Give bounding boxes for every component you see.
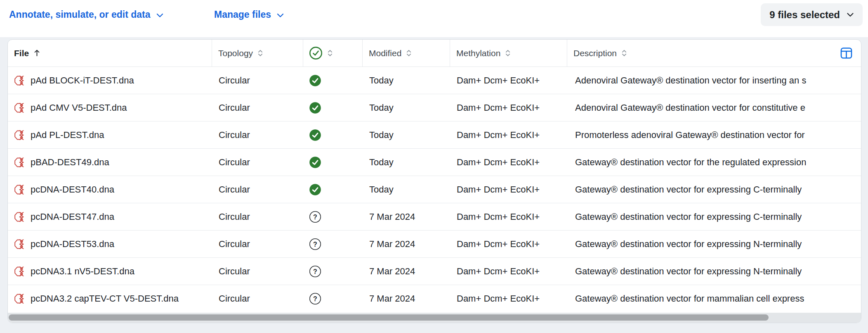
table-body: pAd BLOCK-iT-DEST.dna Circular Today Dam… (8, 67, 861, 312)
table-columns-icon (840, 47, 853, 59)
file-cell: pcDNA3.2 capTEV-CT V5-DEST.dna (8, 285, 212, 312)
column-header-file[interactable]: File (8, 40, 212, 67)
file-name: pcDNA-DEST53.dna (31, 239, 114, 250)
column-settings-button[interactable] (838, 45, 855, 61)
column-header-status[interactable] (303, 40, 363, 67)
table-row[interactable]: pAd CMV V5-DEST.dna Circular Today Dam+ … (8, 94, 861, 121)
file-cell: pBAD-DEST49.dna (8, 149, 212, 176)
dna-file-icon (13, 102, 26, 114)
methylation-cell: Dam+ Dcm+ EcoKI+ (450, 67, 567, 94)
file-name: pcDNA3.2 capTEV-CT V5-DEST.dna (31, 293, 179, 304)
topology-cell: Circular (212, 285, 303, 312)
sort-chevrons-icon (505, 50, 511, 57)
file-name: pcDNA-DEST47.dna (31, 212, 114, 222)
dna-file-icon (13, 238, 26, 250)
modified-cell: 7 Mar 2024 (363, 258, 450, 285)
table-header-row: File Topology Modified Methylation Descr… (8, 40, 861, 67)
column-header-methylation-label: Methylation (456, 48, 500, 58)
methylation-cell: Dam+ Dcm+ EcoKI+ (450, 149, 567, 176)
modified-cell: Today (363, 149, 450, 176)
table-row[interactable]: pcDNA-DEST47.dna Circular ? 7 Mar 2024 D… (8, 203, 861, 231)
file-name: pBAD-DEST49.dna (31, 157, 109, 168)
topology-cell: Circular (212, 121, 303, 148)
horizontal-scrollbar-track[interactable] (8, 313, 861, 323)
status-cell (303, 176, 363, 203)
table-row[interactable]: pcDNA-DEST40.dna Circular Today Dam+ Dcm… (8, 176, 861, 203)
dna-file-icon (13, 211, 26, 223)
arrow-up-icon (33, 49, 40, 57)
status-cell (303, 121, 363, 148)
column-header-modified[interactable]: Modified (363, 40, 450, 67)
files-selected-button[interactable]: 9 files selected (761, 3, 863, 26)
topology-cell: Circular (212, 149, 303, 176)
description-cell: Gateway® destination vector for the regu… (567, 149, 861, 176)
description-cell: Promoterless adenoviral Gateway® destina… (567, 121, 861, 148)
topology-cell: Circular (212, 258, 303, 285)
dna-file-icon (13, 183, 26, 196)
table-row[interactable]: pcDNA3.1 nV5-DEST.dna Circular ? 7 Mar 2… (8, 258, 861, 285)
verified-check-icon (309, 74, 321, 87)
svg-text:?: ? (313, 268, 317, 275)
column-header-description-label: Description (573, 48, 617, 58)
verified-check-icon (309, 183, 321, 196)
annotate-menu[interactable]: Annotate, simulate, or edit data (9, 10, 163, 19)
sort-chevrons-icon (406, 50, 412, 57)
file-cell: pcDNA-DEST47.dna (8, 203, 212, 230)
table-row[interactable]: pBAD-DEST49.dna Circular Today Dam+ Dcm+… (8, 149, 861, 176)
methylation-cell: Dam+ Dcm+ EcoKI+ (450, 176, 567, 203)
status-cell: ? (303, 258, 363, 285)
file-name: pcDNA-DEST40.dna (31, 184, 114, 195)
topology-cell: Circular (212, 203, 303, 230)
unknown-status-icon: ? (309, 265, 321, 278)
column-header-description[interactable]: Description (567, 40, 861, 67)
status-cell (303, 94, 363, 121)
svg-text:?: ? (313, 240, 317, 247)
file-cell: pAd PL-DEST.dna (8, 121, 212, 148)
unknown-status-icon: ? (309, 293, 321, 305)
description-cell: Gateway® destination vector for mammalia… (567, 285, 861, 312)
methylation-cell: Dam+ Dcm+ EcoKI+ (450, 231, 567, 257)
verified-check-icon (309, 102, 321, 114)
files-selected-label: 9 files selected (769, 9, 840, 21)
dna-file-icon (13, 293, 26, 305)
status-cell: ? (303, 203, 363, 230)
annotate-menu-label: Annotate, simulate, or edit data (9, 10, 151, 19)
topology-cell: Circular (212, 67, 303, 94)
description-cell: Gateway® destination vector for expressi… (567, 203, 861, 230)
file-cell: pcDNA-DEST53.dna (8, 231, 212, 257)
svg-text:?: ? (313, 295, 317, 302)
column-header-topology[interactable]: Topology (212, 40, 303, 67)
check-circle-outline-icon (309, 46, 323, 60)
dna-file-icon (13, 129, 26, 141)
horizontal-scrollbar-thumb[interactable] (9, 314, 769, 321)
table-row[interactable]: pcDNA3.2 capTEV-CT V5-DEST.dna Circular … (8, 285, 861, 312)
description-cell: Adenoviral Gateway® destination vector f… (567, 94, 861, 121)
file-cell: pAd BLOCK-iT-DEST.dna (8, 67, 212, 94)
description-cell: Gateway® destination vector for expressi… (567, 258, 861, 285)
description-cell: Adenoviral Gateway® destination vector f… (567, 67, 861, 94)
status-cell (303, 149, 363, 176)
chevron-down-icon (277, 13, 284, 18)
verified-check-icon (309, 156, 321, 169)
modified-cell: Today (363, 176, 450, 203)
methylation-cell: Dam+ Dcm+ EcoKI+ (450, 258, 567, 285)
modified-cell: Today (363, 67, 450, 94)
svg-text:?: ? (313, 213, 317, 220)
verified-check-icon (309, 129, 321, 141)
status-cell: ? (303, 231, 363, 257)
description-cell: Gateway® destination vector for expressi… (567, 176, 861, 203)
column-header-methylation[interactable]: Methylation (450, 40, 567, 67)
table-row[interactable]: pAd BLOCK-iT-DEST.dna Circular Today Dam… (8, 67, 861, 94)
file-cell: pcDNA3.1 nV5-DEST.dna (8, 258, 212, 285)
manage-files-menu[interactable]: Manage files (214, 10, 284, 19)
dna-file-icon (13, 265, 26, 278)
table-row[interactable]: pAd PL-DEST.dna Circular Today Dam+ Dcm+… (8, 121, 861, 149)
topology-cell: Circular (212, 231, 303, 257)
modified-cell: Today (363, 121, 450, 148)
table-row[interactable]: pcDNA-DEST53.dna Circular ? 7 Mar 2024 D… (8, 231, 861, 258)
file-name: pAd BLOCK-iT-DEST.dna (31, 75, 134, 86)
modified-cell: Today (363, 94, 450, 121)
methylation-cell: Dam+ Dcm+ EcoKI+ (450, 121, 567, 148)
sort-chevrons-icon (327, 50, 333, 57)
modified-cell: 7 Mar 2024 (363, 285, 450, 312)
